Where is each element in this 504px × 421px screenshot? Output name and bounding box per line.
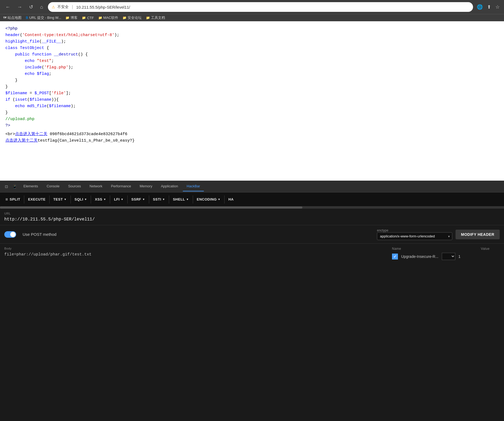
url-input[interactable]: [4, 217, 500, 222]
bookmark-security[interactable]: 📁 安全论坛: [122, 15, 142, 20]
inspect-icon[interactable]: ⊡: [3, 183, 10, 190]
code-line-13: echo md5_file($filename);: [5, 103, 499, 110]
tab-performance[interactable]: Performance: [107, 181, 135, 191]
modify-header-button[interactable]: MODIFY HEADER: [456, 230, 500, 239]
back-button[interactable]: ←: [3, 3, 12, 11]
address-bar[interactable]: ⚠ 不安全 | 10.211.55.5/php-SER/level11/: [48, 2, 473, 12]
translate-icon[interactable]: 🌐: [476, 3, 484, 11]
code-line-14: }: [5, 110, 499, 116]
divider-9: [193, 195, 193, 204]
tab-elements[interactable]: Elements: [20, 181, 42, 191]
divider-10: [224, 195, 225, 204]
forward-button[interactable]: →: [15, 3, 24, 11]
code-line-9: }: [5, 77, 499, 84]
code-line-16: ?>: [5, 122, 499, 129]
bing-icon: B: [26, 16, 28, 20]
code-line-8: echo $flag;: [5, 71, 499, 77]
bookmark-sitemap[interactable]: 🗺 站点地图: [3, 15, 22, 20]
bookmark-bing-label: URL 提交 - Bing W...: [29, 15, 61, 20]
sqli-button[interactable]: SQLI ▼: [71, 195, 90, 204]
shell-button[interactable]: SHELL ▼: [170, 195, 192, 204]
code-line-2: header('Content-type:text/html;charset=u…: [5, 32, 499, 38]
bookmark-sitemap-label: 站点地图: [8, 15, 22, 20]
post-method-toggle[interactable]: [4, 231, 16, 238]
tab-hackbar[interactable]: HackBar: [183, 181, 204, 191]
encoding-button[interactable]: ENCODING ▼: [194, 195, 224, 204]
folder-icon-1: 📁: [65, 16, 69, 20]
divider-1: [24, 195, 24, 204]
bookmark-ctf-label: CTF: [87, 16, 94, 20]
value-column-label: Value: [481, 247, 489, 251]
tab-network[interactable]: Network: [86, 181, 106, 191]
name-column-label: Name: [392, 247, 401, 251]
lfi-button[interactable]: LFI ▼: [111, 195, 127, 204]
devtools-panel: ⊡ 📱 Elements Console Sources Network Per…: [0, 181, 504, 421]
tab-console[interactable]: Console: [43, 181, 63, 191]
bookmark-tools[interactable]: 📁 工具文档: [146, 15, 165, 20]
divider-6: [127, 195, 128, 204]
device-icon[interactable]: 📱: [11, 183, 19, 190]
home-button[interactable]: ⌂: [38, 3, 45, 11]
body-input[interactable]: [4, 252, 388, 257]
code-line-5: public function __destruct() {: [5, 51, 499, 58]
enctype-select[interactable]: application/x-www-form-urlencoded multip…: [377, 232, 452, 240]
execute-button[interactable]: EXECUTE: [25, 195, 49, 204]
hackbar-toolbar: ≡ SPLIT EXECUTE TEST ▼ SQLI ▼ XSS ▼ LFI …: [0, 192, 504, 206]
split-button[interactable]: ≡ SPLIT: [2, 195, 23, 204]
xss-button[interactable]: XSS ▼: [92, 195, 109, 204]
code-line-6: echo "test";: [5, 58, 499, 64]
divider-8: [169, 195, 169, 204]
share-icon[interactable]: ⬆: [486, 3, 492, 11]
body-right: Name Value ✓ Upgrade-Insecure-R... 1: [392, 247, 500, 260]
bookmark-security-label: 安全论坛: [128, 15, 142, 20]
hackbar: ≡ SPLIT EXECUTE TEST ▼ SQLI ▼ XSS ▼ LFI …: [0, 192, 504, 421]
divider-2: [49, 195, 50, 204]
ha-button[interactable]: HA: [225, 195, 237, 204]
bookmark-bing[interactable]: B URL 提交 - Bing W...: [26, 15, 61, 20]
code-line-4: class TestObject {: [5, 45, 499, 51]
output-line-1: <br>点击进入第十二关 098f6bcd4621d373cade4e83262…: [5, 131, 499, 138]
flag-link[interactable]: 点击进入第十二关: [5, 138, 38, 143]
browser-actions: 🌐 ⬆ ☆: [476, 3, 501, 11]
folder-icon-4: 📁: [122, 16, 127, 20]
header-dropdown[interactable]: [442, 253, 455, 260]
nav-bar: ← → ↺ ⌂ ⚠ 不安全 | 10.211.55.5/php-SER/leve…: [0, 0, 504, 14]
code-line-10: }: [5, 84, 499, 90]
bookmark-blog[interactable]: 📁 博客: [65, 15, 78, 20]
test-button[interactable]: TEST ▼: [50, 195, 70, 204]
options-row: Use POST method enctype application/x-ww…: [0, 225, 504, 244]
ssrf-button[interactable]: SSRF ▼: [128, 195, 148, 204]
divider-5: [110, 195, 110, 204]
tab-memory[interactable]: Memory: [136, 181, 156, 191]
body-left: Body: [4, 247, 388, 260]
header-checkbox[interactable]: ✓: [392, 254, 398, 259]
bookmark-blog-label: 博客: [71, 15, 78, 20]
divider-3: [71, 195, 71, 204]
insecure-label: 不安全: [57, 5, 69, 9]
folder-icon-3: 📁: [98, 16, 102, 20]
name-value-header: Name Value: [392, 247, 500, 251]
refresh-button[interactable]: ↺: [27, 3, 35, 11]
body-label: Body: [4, 247, 388, 250]
address-url: 10.211.55.5/php-SER/level11/: [76, 5, 469, 9]
header-row: ✓ Upgrade-Insecure-R... 1: [392, 253, 467, 260]
sitemap-icon: 🗺: [3, 16, 6, 20]
tab-application[interactable]: Application: [157, 181, 182, 191]
code-line-15: //upload.php: [5, 116, 499, 122]
bookmark-mac-label: MAC软件: [103, 15, 118, 20]
ssti-button[interactable]: SSTI ▼: [150, 195, 168, 204]
bookmark-ctf[interactable]: 📁 CTF: [82, 16, 94, 20]
tab-sources[interactable]: Sources: [64, 181, 85, 191]
bookmark-mac[interactable]: 📁 MAC软件: [98, 15, 118, 20]
body-section: Body Name Value ✓ Upgrade-Insecure-R... …: [0, 244, 504, 263]
hackbar-scrollbar[interactable]: [0, 206, 504, 209]
devtools-tabs: ⊡ 📱 Elements Console Sources Network Per…: [0, 181, 504, 192]
code-line-7: include('flag.php');: [5, 64, 499, 71]
header-name-value: Upgrade-Insecure-R...: [401, 254, 439, 259]
folder-icon-2: 📁: [82, 16, 86, 20]
header-value-display: 1: [458, 254, 467, 259]
url-label: URL: [4, 212, 500, 215]
folder-icon-5: 📁: [146, 16, 150, 20]
level12-link[interactable]: 点击进入第十二关: [15, 132, 47, 136]
bookmark-icon[interactable]: ☆: [494, 3, 501, 11]
